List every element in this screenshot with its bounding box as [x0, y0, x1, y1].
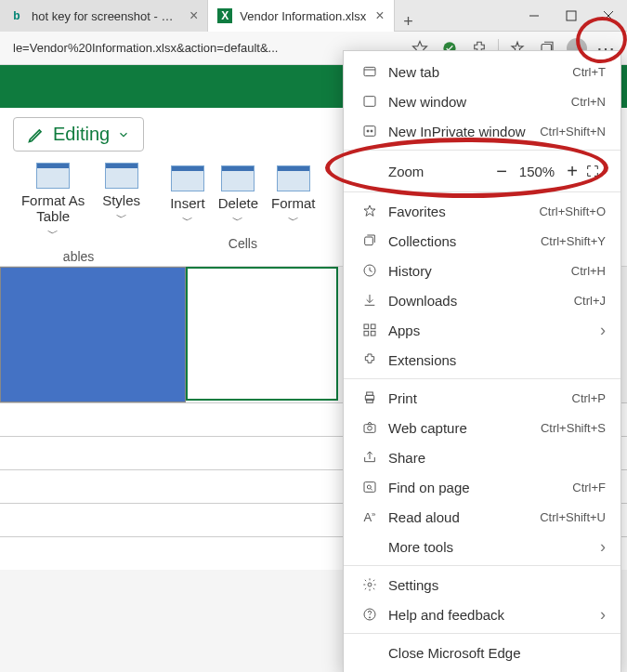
menu-favorites[interactable]: Favorites Ctrl+Shift+O [344, 196, 620, 226]
insert-icon [171, 165, 204, 191]
svg-point-13 [371, 130, 372, 132]
new-window-icon [359, 94, 381, 109]
format-icon [277, 165, 310, 191]
delete-button[interactable]: Delete ﹀ [218, 165, 258, 229]
tab-title: Vendor Information.xlsx [240, 9, 366, 23]
new-tab-icon [359, 64, 381, 79]
menu-new-inprivate[interactable]: New InPrivate window Ctrl+Shift+N [344, 116, 620, 146]
menu-read-aloud[interactable]: A» Read aloud Ctrl+Shift+U [344, 502, 620, 532]
find-icon [359, 480, 381, 494]
menu-extensions[interactable]: Extensions [344, 345, 620, 375]
menu-help[interactable]: Help and feedback › [344, 600, 620, 629]
menu-close-edge[interactable]: Close Microsoft Edge [344, 638, 620, 667]
new-tab-button[interactable]: + [395, 12, 423, 32]
menu-new-tab[interactable]: New tab Ctrl+T [344, 57, 620, 86]
svg-point-25 [368, 426, 372, 430]
pencil-icon [27, 125, 46, 144]
insert-button[interactable]: Insert ﹀ [170, 165, 205, 229]
chevron-down-icon: ﹀ [232, 213, 243, 229]
delete-icon [221, 165, 255, 191]
zoom-in-button[interactable]: + [559, 161, 585, 182]
minimize-button[interactable] [516, 0, 553, 32]
menu-share[interactable]: Share [344, 442, 620, 472]
svg-rect-23 [367, 399, 373, 402]
browser-titlebar: b hot key for screenshot - Search × X Ve… [0, 0, 627, 32]
svg-rect-1 [567, 11, 576, 20]
ribbon-group-label: ables [63, 249, 94, 264]
zoom-value: 150% [515, 164, 559, 179]
styles-icon [105, 163, 138, 189]
menu-zoom-row: Zoom − 150% + [344, 154, 620, 188]
edge-settings-menu: New tab Ctrl+T New window Ctrl+N New InP… [343, 50, 621, 672]
menu-find[interactable]: Find on page Ctrl+F [344, 472, 620, 502]
menu-web-capture[interactable]: Web capture Ctrl+Shift+S [344, 413, 620, 442]
menu-downloads[interactable]: Downloads Ctrl+J [344, 285, 620, 315]
menu-more-tools[interactable]: More tools › [344, 532, 620, 561]
menu-new-window[interactable]: New window Ctrl+N [344, 86, 620, 116]
apps-icon [359, 323, 381, 337]
menu-apps[interactable]: Apps › [344, 315, 620, 345]
star-icon [359, 204, 381, 218]
svg-rect-11 [364, 126, 375, 137]
download-icon [359, 293, 381, 308]
chevron-right-icon: › [600, 605, 606, 625]
chevron-down-icon: ﹀ [47, 226, 59, 242]
svg-rect-15 [365, 237, 373, 245]
collections-icon [359, 233, 381, 248]
window-controls [516, 0, 627, 32]
styles-button[interactable]: Styles ﹀ [102, 163, 140, 242]
zoom-label: Zoom [359, 164, 489, 179]
print-icon [359, 390, 381, 405]
bing-icon: b [9, 8, 24, 23]
chevron-down-icon: ﹀ [116, 210, 127, 226]
editing-mode-button[interactable]: Editing [13, 117, 144, 152]
svg-rect-10 [364, 97, 375, 107]
share-icon [359, 450, 381, 465]
svg-rect-17 [364, 324, 369, 329]
svg-rect-18 [371, 324, 375, 329]
svg-rect-19 [364, 331, 369, 336]
tab-title: hot key for screenshot - Search [32, 9, 180, 23]
chevron-down-icon [117, 128, 130, 141]
camera-icon [359, 420, 381, 435]
svg-point-12 [367, 130, 369, 132]
editing-label: Editing [53, 124, 110, 145]
help-icon [359, 607, 381, 622]
menu-print[interactable]: Print Ctrl+P [344, 383, 620, 413]
history-icon [359, 263, 381, 278]
svg-line-28 [371, 489, 372, 491]
active-cell[interactable] [186, 267, 338, 401]
tab-vendor-info[interactable]: X Vendor Information.xlsx × [208, 0, 394, 32]
svg-rect-20 [371, 331, 375, 336]
svg-rect-26 [364, 482, 375, 493]
format-button[interactable]: Format ﹀ [271, 165, 316, 229]
zoom-out-button[interactable]: − [489, 161, 515, 182]
chevron-right-icon: › [600, 321, 606, 340]
menu-settings[interactable]: Settings [344, 570, 620, 600]
svg-point-27 [367, 485, 371, 489]
read-aloud-icon: A» [359, 510, 381, 524]
excel-icon: X [217, 8, 232, 23]
svg-marker-14 [364, 205, 375, 216]
svg-point-31 [369, 617, 370, 618]
close-icon[interactable]: × [375, 7, 384, 24]
fullscreen-button[interactable] [585, 164, 606, 178]
close-icon[interactable]: × [189, 7, 198, 24]
inprivate-icon [359, 124, 381, 138]
svg-point-29 [368, 583, 372, 586]
maximize-button[interactable] [553, 0, 590, 32]
chevron-down-icon: ﹀ [288, 213, 299, 229]
svg-rect-22 [367, 392, 373, 395]
svg-rect-8 [364, 67, 375, 75]
tab-strip: b hot key for screenshot - Search × X Ve… [0, 0, 516, 32]
selected-cell-fill[interactable] [0, 267, 186, 402]
chevron-down-icon: ﹀ [182, 213, 193, 229]
tab-bing-search[interactable]: b hot key for screenshot - Search × [0, 0, 208, 32]
menu-history[interactable]: History Ctrl+H [344, 256, 620, 285]
close-window-button[interactable] [590, 0, 627, 32]
format-as-table-button[interactable]: Format As Table ﹀ [17, 163, 89, 242]
ribbon-group-label: Cells [229, 236, 257, 251]
extensions-icon [359, 352, 381, 367]
gear-icon [359, 577, 381, 592]
menu-collections[interactable]: Collections Ctrl+Shift+Y [344, 226, 620, 256]
